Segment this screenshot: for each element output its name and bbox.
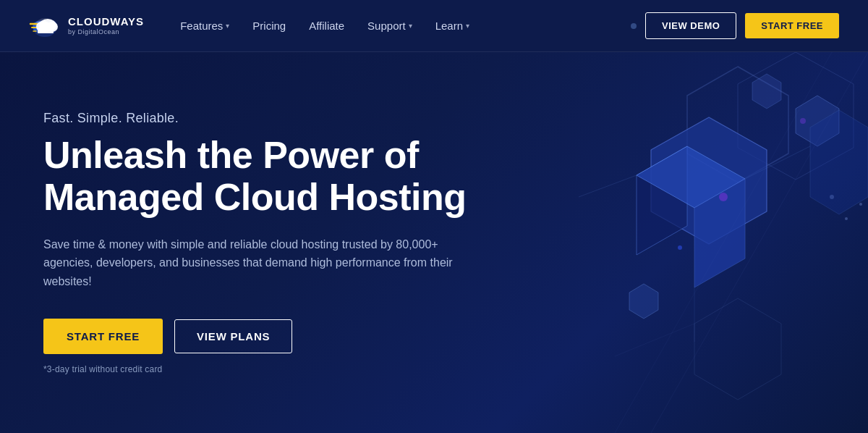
svg-point-28: [800, 118, 806, 124]
svg-marker-33: [810, 110, 868, 214]
view-demo-button[interactable]: VIEW DEMO: [645, 12, 736, 39]
hero-buttons: START FREE VIEW PLANS: [43, 319, 467, 354]
logo[interactable]: CLOUDWAYS by DigitalOcean: [29, 12, 144, 40]
svg-point-29: [678, 245, 682, 250]
logo-text: CLOUDWAYS by DigitalOcean: [68, 16, 144, 35]
nav-item-affiliate[interactable]: Affiliate: [299, 14, 354, 38]
nav-item-support[interactable]: Support ▾: [357, 14, 422, 38]
hero-section: Fast. Simple. Reliable. Unleash the Powe…: [0, 52, 868, 433]
start-free-hero-button[interactable]: START FREE: [43, 319, 163, 354]
navbar: CLOUDWAYS by DigitalOcean Features ▾ Pri…: [0, 0, 868, 52]
hero-note: *3-day trial without credit card: [43, 364, 467, 374]
svg-marker-26: [629, 284, 658, 319]
nav-item-features[interactable]: Features ▾: [170, 14, 239, 38]
svg-point-32: [859, 203, 862, 206]
hero-title-line1: Unleash the Power of: [43, 134, 419, 176]
svg-marker-34: [694, 298, 781, 400]
svg-line-35: [615, 324, 694, 356]
nav-links: Features ▾ Pricing Affiliate Support ▾ L…: [170, 14, 480, 38]
svg-marker-20: [752, 74, 781, 109]
nav-item-learn[interactable]: Learn ▾: [425, 14, 480, 38]
nav-left: CLOUDWAYS by DigitalOcean Features ▾ Pri…: [29, 12, 480, 40]
nav-item-pricing[interactable]: Pricing: [242, 14, 296, 38]
logo-name: CLOUDWAYS: [68, 16, 144, 28]
view-plans-button[interactable]: VIEW PLANS: [174, 319, 292, 353]
nav-indicator: [631, 23, 637, 29]
hero-content: Fast. Simple. Reliable. Unleash the Powe…: [43, 111, 467, 374]
hero-title: Unleash the Power of Managed Cloud Hosti…: [43, 135, 467, 217]
start-free-nav-button[interactable]: START FREE: [745, 13, 839, 38]
svg-line-21: [579, 175, 637, 197]
hero-title-line2: Managed Cloud Hosting: [43, 176, 467, 218]
svg-point-31: [845, 217, 848, 220]
svg-point-27: [719, 193, 728, 201]
nav-right: VIEW DEMO START FREE: [631, 12, 839, 39]
cloudways-logo-icon: [29, 12, 61, 40]
chevron-down-icon: ▾: [409, 22, 412, 30]
svg-rect-10: [38, 28, 54, 33]
logo-sub: by DigitalOcean: [68, 28, 144, 35]
hero-description: Save time & money with simple and reliab…: [43, 235, 463, 291]
chevron-down-icon: ▾: [226, 22, 229, 30]
svg-line-24: [651, 52, 868, 433]
chevron-down-icon: ▾: [466, 22, 469, 30]
hero-tagline: Fast. Simple. Reliable.: [43, 111, 467, 126]
